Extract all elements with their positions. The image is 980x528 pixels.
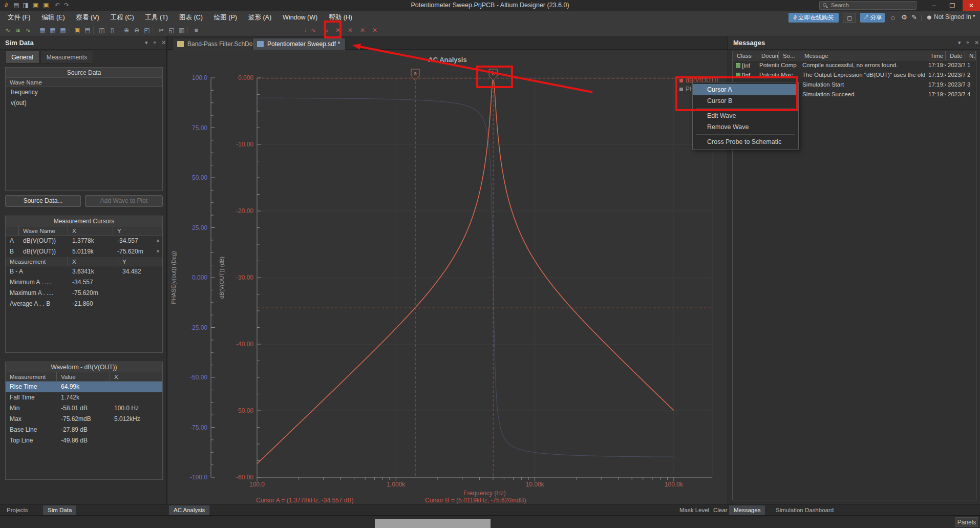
copy-icon[interactable]: ◱ bbox=[167, 26, 176, 35]
scroll-down-icon[interactable]: ▼ bbox=[156, 249, 160, 254]
close-icon[interactable]: ✕ bbox=[974, 39, 979, 46]
document-tab-0[interactable]: Band-Pass Filter.SchDoc * bbox=[173, 38, 265, 50]
measurement-cursor-row[interactable]: BdB(V(OUT))5.0119k-75.620m bbox=[6, 246, 162, 257]
messages-column-document[interactable]: Document bbox=[757, 51, 779, 60]
source-data-button[interactable]: Source Data... bbox=[5, 195, 81, 207]
waveform-row[interactable]: Fall Time1.742k bbox=[6, 392, 162, 403]
pin-icon[interactable]: ⌖ bbox=[153, 39, 156, 46]
gear-icon[interactable]: ⚙ bbox=[901, 13, 907, 21]
paste-icon[interactable]: ▥ bbox=[177, 26, 186, 35]
bottom-tab-sim-data[interactable]: Sim Data bbox=[43, 505, 76, 515]
document-tab-1[interactable]: Potentiometer Sweep.sdf * bbox=[252, 38, 346, 50]
measurement-cursor-row[interactable]: AdB(V(OUT))1.3778k-34.557 bbox=[6, 236, 162, 246]
waveform-column-Value[interactable]: Value bbox=[57, 372, 110, 381]
measurement-column-Y[interactable]: Y bbox=[118, 257, 162, 266]
add-plot-icon[interactable]: ≋ bbox=[13, 26, 23, 35]
waveform-column-Measurement[interactable]: Measurement bbox=[6, 372, 57, 381]
zoom-in-icon[interactable]: ⊕ bbox=[122, 26, 131, 35]
menu-item-8[interactable]: Window (W) bbox=[277, 11, 323, 24]
messages-column-time[interactable]: Time bbox=[926, 51, 946, 60]
waveform-row[interactable]: Base Line-27.89 dB bbox=[6, 425, 162, 435]
menu-item-1[interactable]: 编辑 (E) bbox=[36, 11, 70, 24]
wave-row[interactable]: v(out) bbox=[6, 98, 162, 109]
panels-button[interactable]: Panels bbox=[955, 517, 978, 527]
mask-level-button[interactable]: Mask Level bbox=[675, 505, 714, 515]
measurement-cursors-column-Y[interactable]: Y bbox=[113, 226, 162, 235]
measurement-row[interactable]: B - A3.6341k34.482 bbox=[6, 266, 162, 277]
menu-item-2[interactable]: 察看 (V) bbox=[71, 11, 105, 24]
buy-online-button[interactable]: ∂ 立即在线购买 bbox=[789, 13, 839, 23]
menu-item-remove-wave[interactable]: Remove Wave bbox=[693, 121, 798, 133]
ac-analysis-chart[interactable]: 100.075.0050.0025.000.000-25.00-50.00-75… bbox=[167, 50, 728, 504]
measurement-row[interactable]: Maximum A . ....-75.620m bbox=[6, 288, 162, 299]
waveform-row[interactable]: Max-75.62mdB5.012kHz bbox=[6, 414, 162, 425]
cursor-x-3-icon[interactable]: ✕ bbox=[358, 26, 367, 35]
zoom-out-icon[interactable]: ⊖ bbox=[132, 26, 141, 35]
clear-button[interactable]: Clear bbox=[709, 505, 732, 515]
share-button[interactable]: ↗ 分享 bbox=[860, 13, 885, 23]
sign-in-label[interactable]: Not Signed In bbox=[934, 13, 971, 20]
zoom-area-icon[interactable]: ◰ bbox=[142, 26, 152, 35]
messages-column-class[interactable]: Class bbox=[733, 51, 757, 60]
close-icon[interactable]: ✕ bbox=[161, 39, 166, 46]
measurement-cursors-column-row-label[interactable] bbox=[6, 226, 19, 235]
minimize-button[interactable]: – bbox=[925, 0, 943, 11]
close-button[interactable]: ✕ bbox=[963, 0, 980, 11]
pencil-icon[interactable]: ✎ bbox=[911, 13, 917, 21]
save-icon[interactable]: ▤ bbox=[83, 26, 92, 35]
menu-item-3[interactable]: 工程 (C) bbox=[105, 11, 140, 24]
cursor-x-2-icon[interactable]: ✕ bbox=[346, 26, 355, 35]
search-input[interactable]: Search bbox=[819, 1, 917, 10]
maximize-button[interactable]: ❒ bbox=[943, 0, 962, 11]
bottom-tab-projects[interactable]: Projects bbox=[2, 505, 33, 515]
svg-text:PHASE(v(out)) (Deg): PHASE(v(out)) (Deg) bbox=[171, 251, 177, 304]
sim-data-tab-general[interactable]: General bbox=[5, 51, 39, 64]
menu-item-7[interactable]: 波形 (A) bbox=[243, 11, 277, 24]
waveform-row[interactable]: Rise Time64.99k bbox=[6, 382, 162, 392]
wave-row[interactable]: frequency bbox=[6, 87, 162, 98]
measurement-row[interactable]: Minimum A . ....-34.557 bbox=[6, 277, 162, 288]
panel-menu-icon[interactable]: ▾ bbox=[958, 39, 961, 46]
waveform-column-X[interactable]: X bbox=[110, 372, 162, 381]
chart-document-1-icon[interactable]: ▦ bbox=[38, 26, 47, 35]
chart-document-2-icon[interactable]: ▦ bbox=[48, 26, 57, 35]
waveform-row[interactable]: Top Line-49.86 dB bbox=[6, 435, 162, 446]
measurement-cursors-column-X[interactable]: X bbox=[68, 226, 113, 235]
stop-icon[interactable]: ■ bbox=[191, 26, 201, 35]
measurement-column-X[interactable]: X bbox=[68, 257, 118, 266]
bottom-tab-messages[interactable]: Messages bbox=[729, 505, 765, 515]
message-row[interactable]: [InfPotentiomeCompCompile successful, no… bbox=[733, 60, 976, 70]
add-waveform-icon[interactable]: ∿ bbox=[3, 26, 12, 35]
tab-ac-analysis[interactable]: AC Analysis bbox=[169, 505, 209, 515]
measurement-cursors-column-Wave Name[interactable]: Wave Name bbox=[19, 226, 68, 235]
scroll-up-icon[interactable]: ▲ bbox=[156, 238, 160, 243]
messages-column-n[interactable]: N.. bbox=[965, 51, 976, 60]
messages-column-so[interactable]: So... bbox=[779, 51, 800, 60]
messages-column-message[interactable]: Message bbox=[800, 51, 926, 60]
messages-column-date[interactable]: Date bbox=[946, 51, 965, 60]
measurement-column-Measurement[interactable]: Measurement bbox=[6, 257, 68, 266]
menu-item-cross-probe-to-schematic[interactable]: Cross Probe to Schematic bbox=[693, 136, 798, 147]
menu-item-edit-wave[interactable]: Edit Wave bbox=[693, 110, 798, 121]
measurement-row[interactable]: Average A . . B-21.860 bbox=[6, 299, 162, 309]
comment-button[interactable]: ◻ bbox=[843, 13, 856, 23]
panel-menu-icon[interactable]: ▾ bbox=[145, 39, 148, 46]
menu-item-6[interactable]: 绘图 (P) bbox=[208, 11, 243, 24]
cut-icon[interactable]: ✂ bbox=[157, 26, 166, 35]
chart-document-3-icon[interactable]: ▦ bbox=[58, 26, 68, 35]
add-measurement-icon[interactable]: ∿ bbox=[24, 26, 33, 35]
pin-icon[interactable]: ⌖ bbox=[966, 39, 969, 46]
wave-name-column-header[interactable]: Wave Name bbox=[6, 78, 162, 87]
waveform-row[interactable]: Min-58.01 dB100.0 Hz bbox=[6, 403, 162, 414]
sim-data-tab-measurements[interactable]: Measurements bbox=[40, 51, 93, 64]
cursor-x-4-icon[interactable]: ✕ bbox=[370, 26, 379, 35]
bottom-tab-simulation-dashboard[interactable]: Simulation Dashboard bbox=[771, 505, 838, 515]
print-icon[interactable]: ◫ bbox=[97, 26, 106, 35]
home-icon[interactable]: ⌂ bbox=[891, 13, 895, 21]
open-icon[interactable]: ▣ bbox=[73, 26, 82, 35]
menu-item-5[interactable]: 图表 (C) bbox=[174, 11, 208, 24]
cursor-wave-1-icon[interactable]: ∿ bbox=[309, 26, 318, 35]
menu-item-0[interactable]: 文件 (F) bbox=[2, 11, 36, 24]
print-preview-icon[interactable]: ▯ bbox=[108, 26, 117, 35]
menu-item-4[interactable]: 工具 (T) bbox=[140, 11, 174, 24]
